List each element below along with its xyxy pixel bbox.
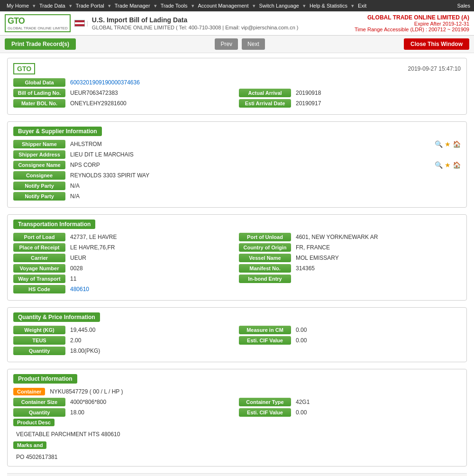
shipper-search-icon[interactable]: 🔍 (435, 140, 443, 148)
carrier-col: Carrier UEUR (13, 254, 235, 264)
hs-code-label: HS Code (13, 285, 65, 293)
nav-trade-data[interactable]: Trade Data (36, 2, 68, 9)
nav-exit[interactable]: Exit (355, 2, 369, 9)
product-info-title: Product Information (13, 374, 77, 384)
consignee-home-icon[interactable]: 🏠 (453, 161, 461, 169)
global-data-label: Global Data (13, 78, 65, 87)
nav-switch-language[interactable]: Switch Language (256, 2, 302, 9)
main-content: GTO 2019-09-27 15:47:10 Global Data 6003… (0, 53, 474, 476)
container-value: NYKU8547729 ( 00 / L / HP ) (47, 387, 461, 396)
voyage-manifest-row: Voyage Number 0028 Manifest No. 314365 (13, 264, 461, 275)
transportation-title: Transportation Information (13, 220, 95, 229)
manifest-value: 314365 (293, 264, 461, 273)
consignee-name-label: Consignee Name (13, 161, 65, 169)
container-row: Container NYKU8547729 ( 00 / L / HP ) (13, 387, 461, 396)
product-qty-col: Quantity 18.00 (13, 408, 235, 419)
header-bar: GTO GLOBAL TRADE ONLINE LIMITED | U.S. I… (0, 11, 474, 36)
nav-account-management[interactable]: Account Management (195, 2, 252, 9)
prev-button-top[interactable]: Prev (215, 38, 238, 50)
consignee-label: Consignee (13, 171, 65, 180)
nav-left: My Home ▾ Trade Data ▾ Trade Portal ▾ Tr… (4, 2, 369, 9)
esti-cif-field: Esti. CIF Value 0.00 (239, 336, 461, 345)
voyage-field: Voyage Number 0028 (13, 264, 235, 273)
shipper-star-icon[interactable]: ★ (445, 140, 451, 148)
next-button-top[interactable]: Next (242, 38, 265, 50)
receipt-label: Place of Receipt (13, 243, 65, 252)
esti-cif-col: Esti. CIF Value 0.00 (239, 336, 461, 347)
measure-value: 0.00 (293, 326, 461, 334)
esti-arrival-field: Esti Arrival Date 20190917 (239, 99, 461, 108)
esti-arrival-label: Esti Arrival Date (239, 99, 291, 108)
bol-label: Bill of Lading No. (13, 89, 65, 97)
way-label: Way of Transport (13, 275, 65, 283)
consignee-name-row: Consignee Name NPS CORP 🔍 ★ 🏠 (13, 161, 461, 169)
product-desc-label: Product Desc (13, 419, 55, 426)
consignee-star-icon[interactable]: ★ (445, 161, 451, 169)
global-data-row: Global Data 6003201909190000374636 (13, 78, 461, 87)
port-load-label: Port of Load (13, 233, 65, 241)
quantity-price-card: Quantity & Price Information Weight (KG)… (7, 307, 467, 362)
way-inbond-row: Way of Transport 11 In-bond Entry (13, 275, 461, 285)
esti-cif-value: 0.00 (293, 336, 461, 345)
close-button-top[interactable]: Close This Window (404, 38, 469, 50)
carrier-value: UEUR (67, 254, 235, 262)
notify-party-1-row: Notify Party N/A (13, 182, 461, 190)
actual-arrival-field: Actual Arrival 20190918 (239, 89, 461, 97)
print-button-top[interactable]: Print Trade Record(s) (5, 38, 76, 50)
container-size-col: Container Size 4000*806*800 (13, 398, 235, 408)
way-field: Way of Transport 11 (13, 275, 235, 283)
product-qty-cif-row: Quantity 18.00 Esti. CIF Value 0.00 (13, 408, 461, 419)
global-data-value: 6003201909190000374636 (67, 78, 461, 87)
carrier-field: Carrier UEUR (13, 254, 235, 262)
consignee-search-icon[interactable]: 🔍 (435, 161, 443, 169)
nav-help-statistics[interactable]: Help & Statistics (307, 2, 350, 9)
notify-party-1-value: N/A (67, 182, 461, 190)
marks-label: Marks and (13, 441, 46, 449)
port-unload-value: 4601, NEW YORK/NEWARK AR (293, 233, 461, 241)
notify-party-2-row: Notify Party N/A (13, 192, 461, 201)
qty-value: 18.00(PKG) (67, 347, 461, 355)
product-desc-value: VEGETABLE PARCHMENT HTS 480610 (13, 430, 461, 439)
shipper-address-value: LIEU DIT LE MARCHAIS (67, 150, 461, 159)
master-bol-col: Mater BOL No. ONEYLEHY29281600 (13, 99, 235, 110)
shipper-name-value: AHLSTROM (67, 140, 433, 148)
weight-label: Weight (KG) (13, 326, 65, 334)
nav-my-home[interactable]: My Home (4, 2, 32, 9)
manifest-col: Manifest No. 314365 (239, 264, 461, 275)
teus-value: 2.00 (67, 336, 235, 345)
esti-arrival-col: Esti Arrival Date 20190917 (239, 99, 461, 110)
logo-small: GTO (13, 63, 35, 74)
master-bol-value: ONEYLEHY29281600 (67, 99, 235, 108)
bottom-info-bar: U.S. Import Bill of Lading Data 1 / 1 60… (7, 473, 467, 476)
pagination-top: Prev Next (214, 38, 265, 50)
us-flag-icon (74, 20, 85, 27)
header-account-info: GLOBAL TRADE ONLINE LIMITED (A) Expire A… (355, 14, 469, 32)
product-cif-col: Esti. CIF Value 0.00 (239, 408, 461, 419)
weight-measure-row: Weight (KG) 19,445.00 Measure in CM 0.00 (13, 326, 461, 336)
receipt-value: LE HAVRE,76,FR (67, 243, 235, 252)
product-cif-field: Esti. CIF Value 0.00 (239, 408, 461, 417)
consignee-icons: 🔍 ★ 🏠 (435, 161, 461, 169)
buyer-supplier-title: Buyer & Supplier Information (13, 127, 102, 136)
nav-trade-tools[interactable]: Trade Tools (158, 2, 191, 9)
receipt-col: Place of Receipt LE HAVRE,76,FR (13, 243, 235, 254)
card-datetime: 2019-09-27 15:47:10 (408, 65, 461, 72)
receipt-origin-row: Place of Receipt LE HAVRE,76,FR Country … (13, 243, 461, 254)
product-info-card: Product Information Container NYKU854772… (7, 369, 467, 467)
inbond-col: In-bond Entry (239, 275, 461, 285)
product-desc-section: Product Desc (13, 419, 461, 428)
shipper-address-label: Shipper Address (13, 150, 65, 159)
nav-trade-manager[interactable]: Trade Manager (112, 2, 153, 9)
bol-row: Bill of Lading No. UEUR7063472383 Actual… (13, 89, 461, 99)
way-value: 11 (67, 275, 235, 283)
page-title: U.S. Import Bill of Lading Data (92, 16, 299, 24)
teus-col: TEUS 2.00 (13, 336, 235, 347)
top-toolbar: Print Trade Record(s) Prev Next Close Th… (0, 36, 474, 53)
shipper-home-icon[interactable]: 🏠 (453, 140, 461, 148)
card-header-row: GTO 2019-09-27 15:47:10 (13, 63, 461, 74)
nav-trade-portal[interactable]: Trade Portal (73, 2, 107, 9)
logo-gto: GTO (8, 16, 68, 26)
weight-value: 19,445.00 (67, 326, 235, 334)
logo-area: GTO GLOBAL TRADE ONLINE LIMITED | U.S. I… (5, 14, 298, 32)
shipper-name-row: Shipper Name AHLSTROM 🔍 ★ 🏠 (13, 140, 461, 148)
